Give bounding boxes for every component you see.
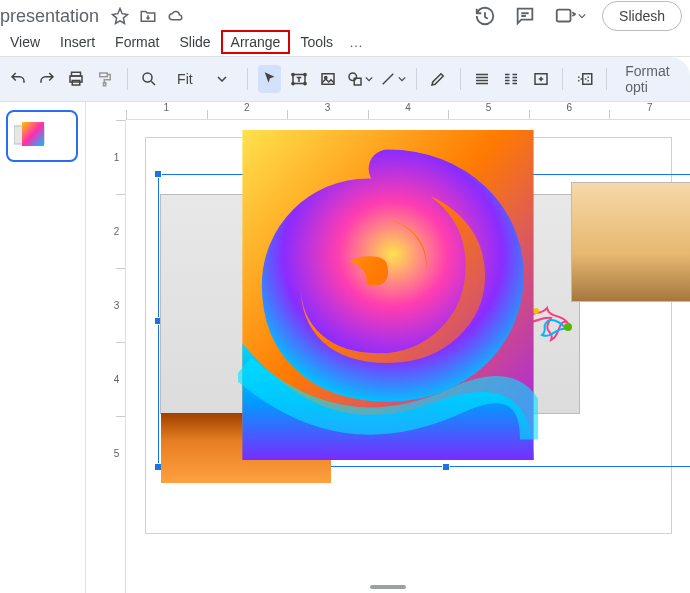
new-slide-icon[interactable]: [529, 65, 552, 93]
menu-arrange[interactable]: Arrange: [221, 30, 291, 54]
menu-format[interactable]: Format: [105, 30, 169, 54]
canvas-area[interactable]: 1 2 3 4 5 6 7 1 2 3 4 5: [86, 102, 690, 593]
paint-format-button[interactable]: [94, 65, 117, 93]
slideshow-button[interactable]: Slidesh: [602, 1, 682, 31]
ruler-tick: 2: [108, 194, 125, 268]
cloud-status-icon[interactable]: [165, 5, 187, 27]
toolbar-separator: [416, 68, 417, 90]
svg-point-8: [304, 73, 306, 75]
filmstrip[interactable]: [0, 102, 86, 593]
svg-rect-11: [322, 74, 334, 85]
menu-overflow[interactable]: …: [343, 30, 369, 54]
menu-bar: View Insert Format Slide Arrange Tools …: [0, 28, 690, 56]
align-center-icon[interactable]: [500, 65, 523, 93]
svg-rect-18: [22, 122, 44, 146]
vertical-ruler: 1 2 3 4 5: [108, 120, 126, 593]
svg-point-7: [292, 73, 294, 75]
star-icon[interactable]: [109, 5, 131, 27]
ruler-tick: 3: [108, 268, 125, 342]
align-left-icon[interactable]: [471, 65, 494, 93]
menu-slide[interactable]: Slide: [169, 30, 220, 54]
move-folder-icon[interactable]: [137, 5, 159, 27]
select-tool[interactable]: [258, 65, 281, 93]
history-icon[interactable]: [474, 5, 496, 27]
ruler-tick: 6: [529, 102, 610, 119]
text-box-tool[interactable]: [287, 65, 310, 93]
title-right-icons: Slidesh: [474, 1, 690, 31]
speaker-notes-handle[interactable]: [370, 585, 406, 589]
horizontal-ruler: 1 2 3 4 5 6 7: [126, 102, 690, 120]
transition-icon[interactable]: [573, 65, 596, 93]
svg-point-9: [292, 82, 294, 84]
image-tool[interactable]: [316, 65, 339, 93]
svg-point-5: [143, 73, 152, 82]
redo-button[interactable]: [35, 65, 58, 93]
zoom-value: Fit: [177, 71, 193, 87]
toolbar-separator: [606, 68, 607, 90]
svg-rect-4: [104, 83, 106, 86]
zoom-icon[interactable]: [138, 65, 161, 93]
svg-point-10: [304, 82, 306, 84]
line-tool[interactable]: [379, 65, 406, 93]
ruler-tick: 1: [108, 120, 125, 194]
selection-box[interactable]: [158, 174, 690, 467]
workspace: 1 2 3 4 5 6 7 1 2 3 4 5: [0, 102, 690, 593]
ruler-tick: 3: [287, 102, 368, 119]
svg-rect-16: [583, 74, 592, 85]
shape-tool[interactable]: [346, 65, 373, 93]
toolbar-separator: [460, 68, 461, 90]
toolbar-separator: [247, 68, 248, 90]
menu-view[interactable]: View: [0, 30, 50, 54]
zoom-select[interactable]: Fit: [167, 71, 237, 87]
present-icon[interactable]: [554, 5, 576, 27]
format-options[interactable]: Format opti: [625, 63, 684, 95]
ruler-tick: 2: [207, 102, 288, 119]
ruler-tick: 7: [609, 102, 690, 119]
ruler-tick: 1: [126, 102, 207, 119]
print-button[interactable]: [65, 65, 88, 93]
toolbar-separator: [127, 68, 128, 90]
ruler-tick: 4: [108, 342, 125, 416]
comment-icon[interactable]: [514, 5, 536, 27]
undo-button[interactable]: [6, 65, 29, 93]
toolbar: Fit Format opti: [0, 57, 690, 101]
svg-rect-0: [557, 10, 571, 22]
rotation-handle[interactable]: [442, 147, 450, 155]
ruler-tick: 5: [448, 102, 529, 119]
svg-point-13: [349, 73, 357, 81]
doc-title[interactable]: presentation: [0, 6, 99, 27]
menu-tools[interactable]: Tools: [290, 30, 343, 54]
pen-tool[interactable]: [426, 65, 449, 93]
slide-thumbnail[interactable]: [6, 110, 78, 162]
ruler-tick: 5: [108, 416, 125, 490]
ruler-tick: 4: [368, 102, 449, 119]
title-bar: presentation Slidesh: [0, 0, 690, 28]
menu-insert[interactable]: Insert: [50, 30, 105, 54]
toolbar-separator: [562, 68, 563, 90]
